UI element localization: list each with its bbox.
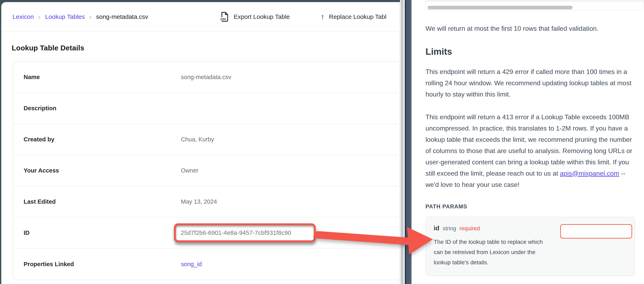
chevron-right-icon: › xyxy=(89,13,92,21)
vertical-scrollbar-track[interactable] xyxy=(401,0,404,284)
row-label: Created by xyxy=(24,136,54,143)
row-value: song-metadata.csv xyxy=(181,74,231,81)
lexicon-window-frame: Lexicon › Lookup Tables › song-metadata.… xyxy=(0,0,400,284)
table-row-id: ID 25d7f2b6-6901-4e8a-9457-7cbf931f8c90 xyxy=(13,217,400,249)
path-params-label: PATH PARAMS xyxy=(426,203,637,210)
panel-divider-band xyxy=(405,0,412,284)
breadcrumb: Lexicon › Lookup Tables › song-metadata.… xyxy=(12,2,148,31)
api-docs-panel: We will return at most the first 10 rows… xyxy=(412,0,644,284)
song-id-property-link[interactable]: song_id xyxy=(181,261,202,267)
row-value: Owner xyxy=(181,167,198,174)
lookup-table-details-card: Name song-metadata.csv Description Creat… xyxy=(12,61,400,280)
param-name: id xyxy=(434,225,440,232)
row-value: Chua, Kurby xyxy=(181,136,214,143)
row-label: Last Edited xyxy=(24,198,56,205)
limits-paragraph-1: This endpoint will return a 429 error if… xyxy=(426,66,637,100)
breadcrumb-current-file: song-metadata.csv xyxy=(96,13,148,20)
row-label: Description xyxy=(24,105,56,112)
param-required-badge: required xyxy=(460,225,480,232)
id-highlight-box: 25d7f2b6-6901-4e8a-9457-7cbf931f8c90 xyxy=(174,223,316,242)
row-label: ID xyxy=(24,230,30,236)
param-description: The ID of the lookup table to replace wh… xyxy=(434,237,553,268)
lexicon-panel: Lexicon › Lookup Tables › song-metadata.… xyxy=(1,2,400,284)
row-label: Name xyxy=(24,74,40,81)
replace-button-label: Replace Lookup Tabl xyxy=(329,13,386,20)
breadcrumb-lexicon[interactable]: Lexicon xyxy=(12,13,34,20)
breadcrumb-lookup-tables[interactable]: Lookup Tables xyxy=(45,13,85,20)
table-row-properties-linked: Properties Linked song_id xyxy=(13,249,400,280)
export-lookup-table-button[interactable]: csv Export Lookup Table xyxy=(220,2,290,31)
paragraph-text: This endpoint will return a 413 error if… xyxy=(426,113,632,177)
svg-text:csv: csv xyxy=(220,17,226,21)
upload-arrow-icon: ↑ xyxy=(320,13,324,21)
table-row-last-edited: Last Edited May 13, 2024 xyxy=(13,186,400,217)
apis-email-link[interactable]: apis@mixpanel.com xyxy=(560,170,619,177)
horizontal-scrollbar-thumb[interactable] xyxy=(428,6,572,9)
limits-heading: Limits xyxy=(426,46,637,57)
path-param-card: id string required The ID of the lookup … xyxy=(426,217,635,276)
limits-paragraph-2: This endpoint will return a 413 error if… xyxy=(426,112,637,190)
validation-note-text: We will return at most the first 10 rows… xyxy=(426,23,637,34)
chevron-right-icon: › xyxy=(38,13,40,21)
docs-content: We will return at most the first 10 rows… xyxy=(426,23,637,276)
param-id-input[interactable] xyxy=(560,224,632,239)
export-button-label: Export Lookup Table xyxy=(234,13,290,20)
csv-file-icon: csv xyxy=(220,12,229,22)
row-value: May 13, 2024 xyxy=(181,198,217,205)
row-label: Properties Linked xyxy=(24,261,74,268)
replace-lookup-table-button[interactable]: ↑ Replace Lookup Tabl xyxy=(320,2,386,31)
horizontal-scrollbar-track[interactable] xyxy=(425,1,643,10)
row-label: Your Access xyxy=(24,167,59,174)
lexicon-header: Lexicon › Lookup Tables › song-metadata.… xyxy=(2,2,400,31)
param-type: string xyxy=(443,225,456,232)
table-row-name: Name song-metadata.csv xyxy=(13,62,400,93)
table-row-description: Description xyxy=(13,93,400,124)
page-title: Lookup Table Details xyxy=(12,44,84,52)
table-row-your-access: Your Access Owner xyxy=(13,155,400,186)
table-row-created-by: Created by Chua, Kurby xyxy=(13,124,400,155)
lookup-table-id-value: 25d7f2b6-6901-4e8a-9457-7cbf931f8c90 xyxy=(181,230,291,236)
